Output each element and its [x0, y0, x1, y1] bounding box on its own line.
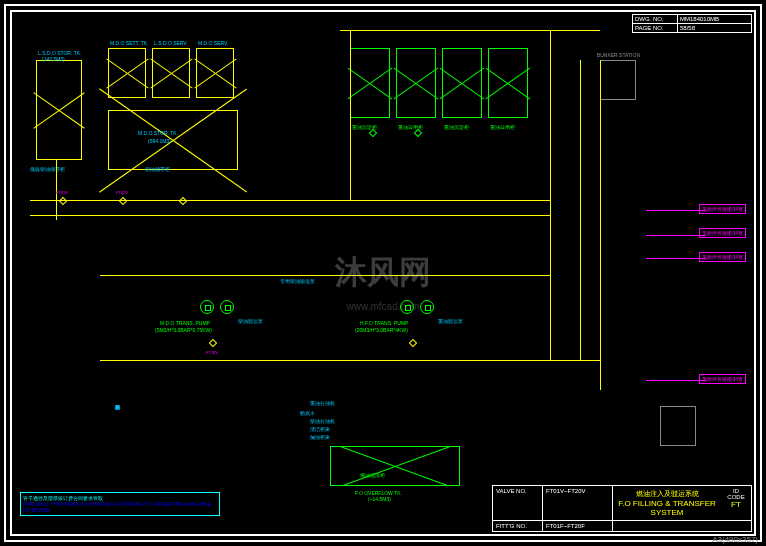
pipe-main-3 — [100, 275, 550, 276]
lsdo-cap-label: (147.5M3) — [42, 56, 65, 62]
dwg-no-value: MM184010MB — [678, 15, 751, 23]
pipe-note: 管子通径及壁厚按订货合同要求管取 PIPE WALL THICKNESS IS … — [20, 492, 220, 516]
bunker-station — [600, 60, 636, 100]
pipe-v5 — [600, 60, 601, 390]
id-code-value: FT — [724, 500, 748, 509]
overflow-tank — [330, 446, 460, 486]
pipe-v4 — [580, 60, 581, 360]
pipe-ref-1 — [646, 210, 706, 211]
hfo-pump-spec: (20M3/H*3.0BAR*4KW) — [355, 327, 408, 333]
ft01v-label: FT01V — [56, 190, 68, 195]
hfo-transfer-pump-2 — [420, 300, 434, 314]
pipe-main-1 — [30, 200, 550, 201]
page-no-value: 58/58 — [678, 24, 751, 32]
bilge-ref: 舱底水 — [300, 410, 315, 416]
hfo-purif-ref: 重油分油机 — [310, 400, 335, 406]
ref-note-4: 见附件管路图34页 — [699, 374, 746, 384]
mdo-stor-cap: (594.1M3) — [148, 138, 171, 144]
aux-pump-cn: 专用柴油输送泵 — [280, 278, 315, 284]
ft10v-label: FT10V — [206, 350, 218, 355]
pipe-v3 — [550, 30, 551, 360]
pipe-ref-4 — [646, 380, 706, 381]
system-title-en: F.O FILLING & TRANSFER SYSTEM — [618, 499, 716, 517]
hfo-sett-cn-2: 重油沉淀柜 — [444, 124, 469, 130]
system-title: 燃油注入及驳运系统 F.O FILLING & TRANSFER SYSTEM — [613, 486, 721, 520]
mdo-pump-spec: (5M3/H*3.0BAR*0.75KW) — [155, 327, 212, 333]
hfo-pump-cn: 重油驳运泵 — [438, 318, 463, 324]
mdo-serv-tank — [196, 48, 234, 98]
do-purif-ref: 柴油分油机 — [310, 418, 335, 424]
mdo-pump-label: M.D.O TRANS. PUMP — [160, 320, 210, 326]
lsdo-storage-tank — [36, 60, 82, 160]
pipe-main-4 — [100, 360, 600, 361]
pipe-top-1 — [340, 30, 600, 31]
mdo-sett-tank — [108, 48, 146, 98]
mdo-serv-label: M.D.O SERV. — [198, 40, 228, 46]
mdo-stor-cn: 柴油储存柜 — [145, 166, 170, 172]
pipe-ref-2 — [646, 235, 706, 236]
fitting-no-value: FT01F~FT20F — [543, 521, 613, 531]
mdo-storage-tank — [108, 110, 238, 170]
hfo-serv-tank-2 — [488, 48, 528, 118]
pipe-main-2 — [30, 215, 550, 216]
mdo-pump-cn: 柴油驳运泵 — [238, 318, 263, 324]
mdo-transfer-pump-2 — [220, 300, 234, 314]
lsdo-cn-label: 低硫柴油储存柜 — [30, 166, 65, 172]
bottom-title-block: VALVE NO. FT01V~FT20V 燃油注入及驳运系统 F.O FILL… — [492, 485, 752, 532]
bunker-station-2 — [660, 406, 696, 446]
overflow-cn: 燃油溢流柜 — [360, 472, 385, 478]
clean-ref: 清洁柜来 — [310, 426, 330, 432]
ref-note-2: 见附件管路图34页 — [699, 228, 746, 238]
pipe-v2 — [350, 30, 351, 200]
valve-no-label: VALVE NO. — [493, 486, 543, 520]
system-title-cn: 燃油注入及驳运系统 — [618, 489, 716, 499]
pipe-ref-3 — [646, 258, 706, 259]
bunker-label: BUNKER STATION — [597, 52, 640, 58]
hfo-serv-tank-1 — [396, 48, 436, 118]
id-code-label: ID CODE — [724, 488, 748, 500]
valve-no-value: FT01V~FT20V — [543, 486, 613, 520]
pipe-note-en: PIPE WALL THICKNESS IS CHANGED ACCORDING… — [23, 501, 217, 513]
hfo-sett-tank-2 — [442, 48, 482, 118]
title-block: DWG. NO. MM184010MB PAGE NO. 58/58 — [632, 14, 752, 33]
mdo-transfer-pump — [200, 300, 214, 314]
ref-note-1: 见附件管路图34页 — [699, 204, 746, 214]
ft02v-label: FT02V — [116, 190, 128, 195]
lsdo-serv-tank — [152, 48, 190, 98]
watermark-url: www.mfcad.com — [347, 300, 420, 311]
dwg-no-label: DWG. NO. — [633, 15, 678, 23]
page-no-label: PAGE NO. — [633, 24, 678, 32]
hfo-pump-label: H.F.O TRANS. PUMP — [360, 320, 408, 326]
hfo-sett-tank-1 — [350, 48, 390, 118]
hfo-serv-cn-2: 重油日用柜 — [490, 124, 515, 130]
mdo-sett-label: M.D.O SETT. TK. — [110, 40, 149, 46]
ref-note-3: 见附件管路图34页 — [699, 252, 746, 262]
fitting-no-label: FITT'G NO. — [493, 521, 543, 531]
mdo-stor-label: M.D.O STOR. TK. — [138, 130, 178, 136]
lsdo-serv-label: L.S.D.O SERV. — [154, 40, 188, 46]
sheet-dimensions: A3(480x357) — [712, 535, 758, 544]
overflow-cap: (~14.5M3) — [368, 496, 391, 502]
leak-ref: 漏油柜来 — [310, 434, 330, 440]
